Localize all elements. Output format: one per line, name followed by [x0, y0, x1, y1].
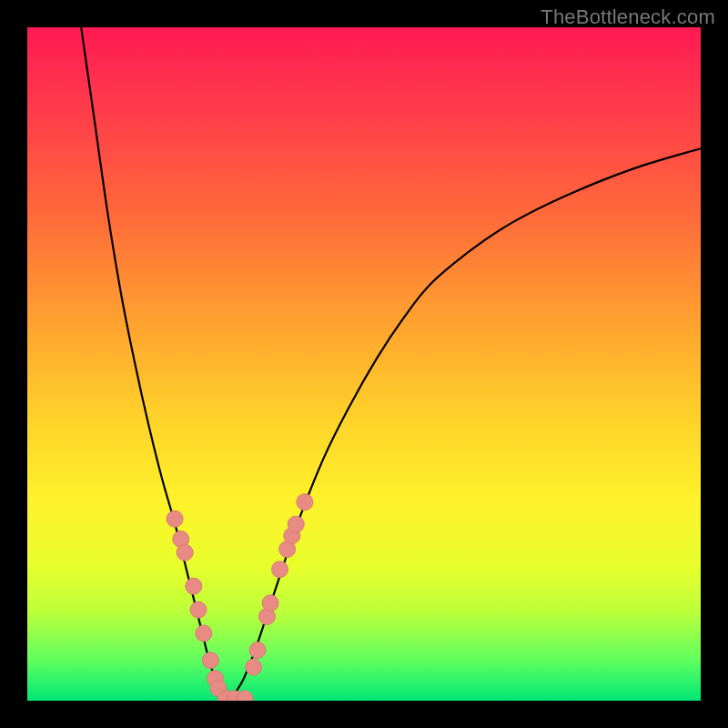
- marker-point: [262, 595, 278, 612]
- chart-frame: TheBottleneck.com: [0, 0, 728, 728]
- marker-point: [186, 578, 202, 594]
- plot-area: [27, 27, 701, 701]
- marker-point: [196, 625, 212, 642]
- marker-point: [167, 511, 183, 527]
- marker-point: [249, 642, 266, 659]
- marker-point: [190, 602, 207, 618]
- marker-point: [202, 652, 218, 669]
- marker-point: [246, 659, 262, 675]
- marker-point: [297, 494, 313, 511]
- marker-point: [272, 561, 288, 578]
- chart-svg: [27, 27, 701, 701]
- watermark-text: TheBottleneck.com: [541, 5, 715, 29]
- curve-left-branch: [81, 27, 229, 701]
- curve-right-branch: [229, 148, 701, 701]
- marker-point: [288, 516, 304, 532]
- marker-point: [177, 544, 193, 561]
